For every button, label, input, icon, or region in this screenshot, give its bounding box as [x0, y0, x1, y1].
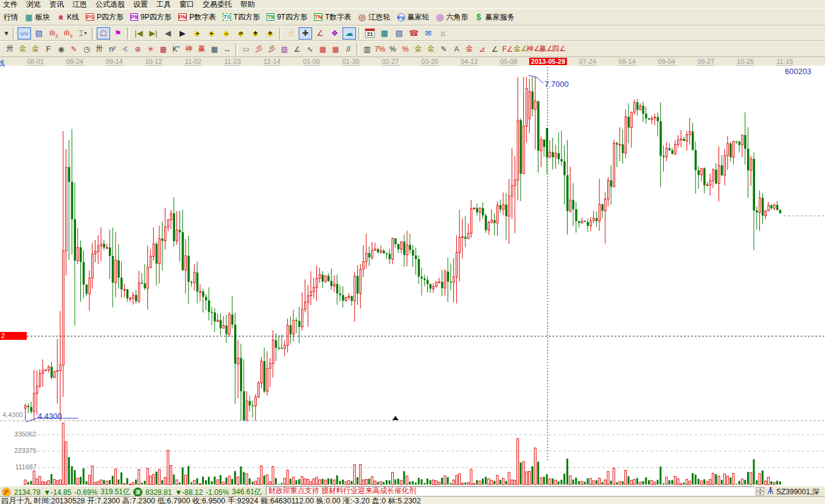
- next-button[interactable]: ▶: [176, 27, 189, 40]
- zigzag-button[interactable]: ∿: [304, 43, 316, 55]
- price-volume-chart[interactable]: [0, 66, 825, 486]
- time-clock-button[interactable]: ◷: [80, 43, 93, 55]
- candle-style-button[interactable]: ⌶▾: [76, 27, 89, 40]
- flag-chart-button[interactable]: ⚑: [111, 27, 125, 40]
- crosshair-tool-button[interactable]: ✚: [299, 27, 312, 40]
- grid-123-button[interactable]: ▦: [208, 43, 221, 55]
- percent-button[interactable]: %: [386, 43, 399, 55]
- volume-bar: [193, 480, 195, 485]
- compress-h-arrow-glyph: ⇄: [239, 30, 243, 36]
- k-marks-button[interactable]: K”: [170, 43, 183, 55]
- bars-9-button[interactable]: ılı9: [61, 27, 75, 40]
- toolbar-product-p-digit-table[interactable]: PNP数字表: [178, 12, 217, 22]
- first-button[interactable]: |◀: [132, 27, 145, 40]
- phone-button[interactable]: ☎: [407, 27, 420, 40]
- f-grid-button[interactable]: F: [42, 43, 55, 55]
- compress-all-button[interactable]: ◆❖: [263, 27, 277, 40]
- shift-left-button[interactable]: ◆◂: [190, 27, 204, 40]
- parallel-lines-button[interactable]: //: [342, 43, 355, 55]
- candle-style-dropdown-caret[interactable]: ▾: [84, 30, 86, 36]
- gann-grid-button[interactable]: 卅: [4, 43, 16, 55]
- toolbar-product-t-square[interactable]: TST四方形: [223, 12, 260, 22]
- candle-body-up: [229, 314, 231, 334]
- spiral-button[interactable]: ◉: [55, 43, 68, 55]
- box-tool-button[interactable]: ▭: [240, 43, 252, 55]
- angle-ying-button[interactable]: 赢∠: [540, 43, 552, 55]
- toolbar-product-t-digit-table[interactable]: TNT数字表: [314, 12, 351, 22]
- star-burst-button[interactable]: ✳: [144, 43, 157, 55]
- toolbar-product-9t-square[interactable]: T99T四方形: [266, 12, 307, 22]
- n-square-button[interactable]: n²: [106, 43, 119, 55]
- spinner-down-button[interactable]: ▼: [756, 491, 764, 495]
- angle-four-button[interactable]: 四∠: [552, 43, 565, 55]
- region-map-button[interactable]: ☖: [97, 27, 110, 40]
- fan-lines-2-button[interactable]: 彡: [265, 43, 278, 55]
- span-arrows-button[interactable]: ↔: [221, 43, 234, 55]
- mail-button[interactable]: ✉: [422, 27, 435, 40]
- pencil-button[interactable]: ✎: [68, 43, 80, 55]
- j-angle-button[interactable]: ⊿: [476, 43, 489, 55]
- wave-a-button[interactable]: A: [450, 43, 463, 55]
- notes-button[interactable]: ▤: [392, 27, 406, 40]
- brush-button[interactable]: ✎: [437, 43, 450, 55]
- trend-chart-button[interactable]: 〰: [18, 27, 31, 40]
- gold-lines-button[interactable]: 金: [425, 43, 437, 55]
- toolbar-product-kline[interactable]: ılıK线: [57, 12, 79, 22]
- angle-plain-button[interactable]: ∠: [489, 43, 501, 55]
- angle-a-button[interactable]: ∢: [119, 43, 131, 55]
- red-grid-2-button[interactable]: ▦: [329, 43, 342, 55]
- percent-lines-button[interactable]: %: [399, 43, 412, 55]
- grid-2-button[interactable]: 卅: [93, 43, 106, 55]
- compress-h-button[interactable]: ◆⇄: [234, 27, 248, 40]
- date-tick: 04-12: [461, 58, 478, 66]
- hand-tool-button[interactable]: ☝: [284, 27, 298, 40]
- f-grid-icon: F: [46, 45, 50, 54]
- volume-bar: [284, 478, 285, 485]
- bars-3-button[interactable]: ılı3: [47, 27, 60, 40]
- volume-bar: [298, 479, 300, 485]
- toolbar-product-sectors[interactable]: ▦板块: [25, 12, 50, 22]
- angle-f-button[interactable]: F∠: [501, 43, 514, 55]
- toolbar-product-9p-square[interactable]: P99P四方形: [130, 12, 172, 22]
- last-button[interactable]: ▶|: [147, 27, 160, 40]
- angle-gold-button[interactable]: 金∠: [514, 43, 527, 55]
- spinner-up-button[interactable]: ▲: [756, 487, 764, 491]
- square-web-button[interactable]: ▩: [157, 43, 170, 55]
- gann-tool-button[interactable]: ❖: [328, 27, 341, 40]
- angle-shen-button[interactable]: 神∠: [527, 43, 540, 55]
- expand-all-button[interactable]: ◆✚: [249, 27, 262, 40]
- toolbar-product-winner-wheel[interactable]: Big赢家轮: [397, 12, 430, 22]
- gold-circle-button[interactable]: 金: [412, 43, 425, 55]
- shen-grid-button[interactable]: 神: [183, 43, 195, 55]
- toolbar-product-hexagon[interactable]: ◎六角形: [436, 12, 468, 22]
- angle-lines-button[interactable]: ∠: [291, 43, 304, 55]
- volume-bar: [266, 475, 268, 485]
- scale-percent-button[interactable]: ▥: [361, 43, 374, 55]
- shift-right-button[interactable]: ◆▸: [205, 27, 218, 40]
- prev-button[interactable]: ◀: [161, 27, 175, 40]
- calculator-button[interactable]: ▦: [378, 27, 391, 40]
- expand-h-button[interactable]: ◆↔: [220, 27, 233, 40]
- gold-red-button[interactable]: 金: [463, 43, 476, 55]
- calendar-button[interactable]: 21: [363, 27, 377, 40]
- angle-measure-button[interactable]: ∠: [313, 27, 327, 40]
- brain-analysis-button[interactable]: ☁: [343, 27, 356, 40]
- system-button[interactable]: ⌂: [436, 27, 450, 40]
- report-button[interactable]: ▤: [32, 27, 46, 40]
- gold-grid-2-button[interactable]: 金: [29, 43, 42, 55]
- gold-grid-1-button[interactable]: 金: [16, 43, 29, 55]
- red-grid-1-button[interactable]: ▦: [316, 43, 329, 55]
- toolbar-product-gann-wheel[interactable]: ◎江恩轮: [358, 12, 391, 22]
- toolbar-product-quotes[interactable]: 行情: [4, 12, 18, 22]
- circle-cross-button[interactable]: ⊕: [131, 43, 144, 55]
- toolbar-product-p-square[interactable]: PSP四方形: [86, 12, 124, 22]
- chart-area[interactable]: 600203 7.7000 4.4300 4.4300 335062 22337…: [0, 66, 825, 486]
- ying-grid-button[interactable]: 赢: [195, 43, 208, 55]
- volume-bar: [447, 477, 449, 485]
- dropdown-button[interactable]: ▾: [2, 27, 10, 40]
- seven-percent-button[interactable]: 7%: [374, 43, 386, 55]
- pane-divider-handle[interactable]: [392, 416, 399, 420]
- fan-lines-1-button[interactable]: 彡: [252, 43, 265, 55]
- toolbar-product-winner-service[interactable]: $赢家服务: [475, 12, 515, 22]
- hatch-box-button[interactable]: ▨: [278, 43, 291, 55]
